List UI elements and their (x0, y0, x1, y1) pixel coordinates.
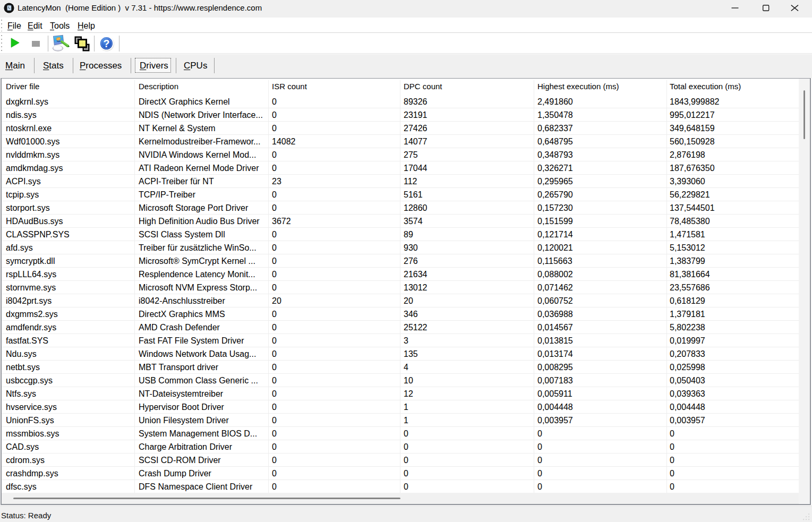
svg-text:?: ? (103, 38, 109, 49)
